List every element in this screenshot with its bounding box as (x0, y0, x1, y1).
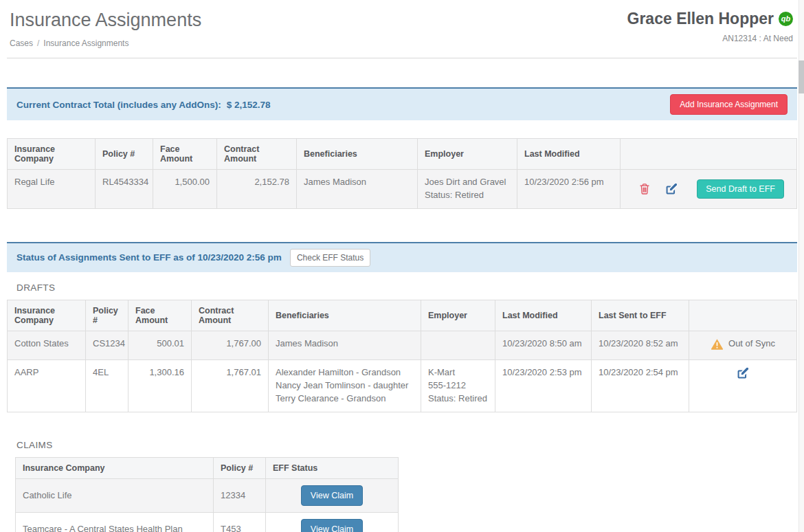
page: Insurance Assignments Cases/Insurance As… (0, 0, 804, 532)
cell-last-modified: 10/23/2020 8:50 am (495, 331, 592, 360)
beneficiary-line: Nancy Jean Tomlinson - daughter (276, 379, 414, 392)
cell-company: Cotton States (8, 331, 86, 360)
cell-face: 1,500.00 (153, 170, 217, 209)
claims-header-row: Insurance Company Policy # EFF Status (16, 457, 399, 478)
drafts-table: Insurance Company Policy # Face Amount C… (7, 300, 797, 412)
cell-actions: Send Draft to EFF (621, 170, 797, 209)
scrollbar-thumb[interactable] (799, 60, 804, 93)
cell-last-modified: 10/23/2020 2:56 pm (517, 170, 621, 209)
col-insurance-company: Insurance Company (16, 457, 214, 478)
cell-beneficiaries: James Madison (269, 331, 421, 360)
out-of-sync-status: Out of Sync (711, 337, 775, 351)
cell-policy: CS1234 (86, 331, 129, 360)
col-face-amount: Face Amount (153, 139, 217, 170)
cell-policy: RL4543334 (96, 170, 153, 209)
vertical-scrollbar[interactable] (799, 0, 804, 532)
cell-company: AARP (8, 360, 86, 412)
cell-beneficiaries: Alexander Hamilton - Grandson Nancy Jean… (269, 360, 421, 412)
col-beneficiaries: Beneficiaries (269, 300, 421, 331)
table-row: Cotton States CS1234 500.01 1,767.00 Jam… (8, 331, 797, 360)
drafts-section-title: DRAFTS (16, 282, 797, 293)
edit-icon[interactable] (737, 367, 749, 379)
col-face-amount: Face Amount (129, 300, 192, 331)
cell-status: Out of Sync (689, 331, 797, 360)
cell-contract: 1,767.01 (192, 360, 269, 412)
cell-beneficiaries: James Madison (297, 170, 418, 209)
assignments-header-row: Insurance Company Policy # Face Amount C… (8, 139, 797, 170)
col-last-modified: Last Modified (495, 300, 592, 331)
table-row: AARP 4EL 1,300.16 1,767.01 Alexander Ham… (8, 360, 797, 412)
table-row: Catholic Life 12334 View Claim (16, 478, 399, 512)
case-name: Grace Ellen Hopper (627, 10, 774, 28)
view-claim-button[interactable]: View Claim (301, 519, 363, 532)
quickbooks-icon[interactable]: qb (779, 12, 793, 26)
table-row: Regal Life RL4543334 1,500.00 2,152.78 J… (8, 170, 797, 209)
cell-company: Teamcare - A Central States Health Plan (16, 512, 214, 532)
cell-company: Regal Life (8, 170, 96, 209)
cell-employer: Joes Dirt and Gravel Status: Retired (418, 170, 517, 209)
check-eff-status-button[interactable]: Check EFF Status (290, 249, 370, 267)
cell-policy: 4EL (86, 360, 129, 412)
col-last-modified: Last Modified (517, 139, 621, 170)
cell-contract: 1,767.00 (192, 331, 269, 360)
breadcrumb-separator: / (37, 38, 39, 48)
status-text: Out of Sync (728, 337, 775, 351)
beneficiary-line: Terry Clearance - Grandson (276, 392, 414, 406)
cell-face: 500.01 (129, 331, 192, 360)
send-draft-to-eff-button[interactable]: Send Draft to EFF (697, 179, 784, 199)
cell-contract: 2,152.78 (217, 170, 297, 209)
beneficiary-line: James Madison (304, 176, 410, 189)
col-policy: Policy # (96, 139, 153, 170)
drafts-header-row: Insurance Company Policy # Face Amount C… (8, 300, 797, 331)
beneficiary-line: Alexander Hamilton - Grandson (276, 366, 414, 379)
col-insurance-company: Insurance Company (8, 139, 96, 170)
col-employer: Employer (418, 139, 517, 170)
add-insurance-assignment-button[interactable]: Add Insurance Assignment (670, 94, 788, 115)
employer-line: Status: Retired (425, 189, 510, 202)
claims-table: Insurance Company Policy # EFF Status Ca… (15, 457, 399, 532)
employer-line: 555-1212 (428, 379, 488, 392)
col-employer: Employer (421, 300, 495, 331)
col-contract-amount: Contract Amount (217, 139, 297, 170)
employer-line: Joes Dirt and Gravel (425, 176, 510, 189)
cell-eff-status: View Claim (266, 478, 399, 512)
col-beneficiaries: Beneficiaries (297, 139, 418, 170)
cell-last-modified: 10/23/2020 2:53 pm (495, 360, 592, 412)
case-header: Grace Ellen Hopperqb AN12314 : At Need (627, 10, 793, 43)
col-contract-amount: Contract Amount (192, 300, 269, 331)
col-policy: Policy # (214, 457, 266, 478)
breadcrumb-cases[interactable]: Cases (10, 38, 33, 48)
col-insurance-company: Insurance Company (8, 300, 86, 331)
contract-total-text: Current Contract Total (includes any Add… (16, 100, 271, 110)
col-last-sent-to-eff: Last Sent to EFF (592, 300, 689, 331)
cell-employer: K-Mart 555-1212 Status: Retired (421, 360, 495, 412)
cell-policy: T453 (214, 512, 266, 532)
claims-section-title: CLAIMS (16, 440, 797, 450)
contract-total-amount: $ 2,152.78 (227, 100, 271, 110)
view-claim-button[interactable]: View Claim (301, 485, 363, 506)
employer-line: K-Mart (428, 366, 488, 379)
breadcrumb-current: Insurance Assignments (43, 38, 129, 48)
col-status (689, 300, 797, 331)
cell-policy: 12334 (214, 478, 266, 512)
cell-status (689, 360, 797, 412)
page-header: Insurance Assignments Cases/Insurance As… (7, 0, 797, 58)
eff-status-bar: Status of Assignments Sent to EFF as of … (7, 242, 797, 272)
delete-icon[interactable] (639, 183, 650, 195)
cell-last-sent: 10/23/2020 2:54 pm (592, 360, 689, 412)
cell-last-sent: 10/23/2020 8:52 am (592, 331, 689, 360)
cell-company: Catholic Life (16, 478, 214, 512)
contract-total-label: Current Contract Total (includes any Add… (16, 100, 221, 110)
beneficiary-line: James Madison (276, 337, 414, 351)
col-eff-status: EFF Status (266, 457, 399, 478)
warning-icon (711, 338, 724, 350)
edit-icon[interactable] (665, 183, 678, 195)
cell-face: 1,300.16 (129, 360, 192, 412)
col-actions (621, 139, 797, 170)
case-id: AN12314 : At Need (627, 34, 793, 43)
table-row: Teamcare - A Central States Health Plan … (16, 512, 399, 532)
col-policy: Policy # (86, 300, 129, 331)
assignments-table: Insurance Company Policy # Face Amount C… (7, 138, 797, 209)
cell-employer (421, 331, 495, 360)
cell-eff-status: View Claim (266, 512, 399, 532)
